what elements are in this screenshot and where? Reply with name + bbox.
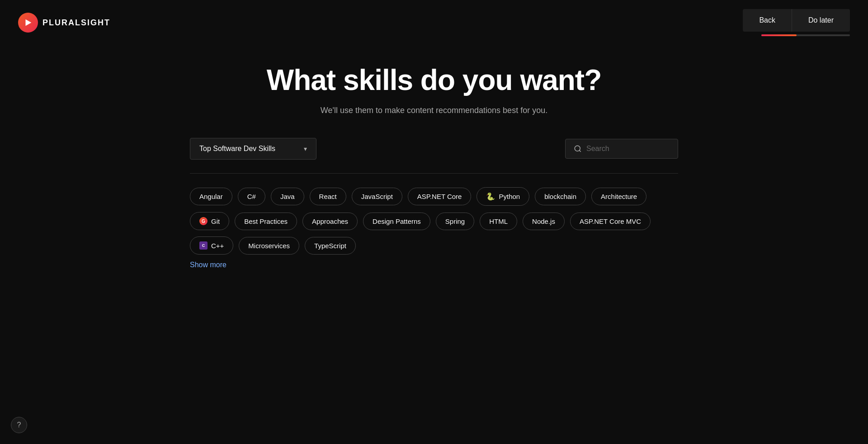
page-title: What skills do you want? (267, 63, 602, 97)
skill-chip-typescript[interactable]: TypeScript (305, 237, 356, 255)
search-icon (574, 145, 582, 153)
help-button[interactable]: ? (11, 417, 27, 433)
skill-chip-best-practices[interactable]: Best Practices (235, 213, 297, 230)
question-mark-icon: ? (17, 421, 21, 429)
logo: PLURALSIGHT (18, 13, 110, 33)
dropdown-label: Top Software Dev Skills (199, 145, 275, 153)
skill-chip-javascript[interactable]: JavaScript (352, 188, 402, 205)
skill-chip-python[interactable]: 🐍 Python (476, 187, 529, 206)
skill-chip-nodejs[interactable]: Node.js (523, 213, 565, 230)
header: PLURALSIGHT Back Do later (0, 0, 868, 36)
skill-chip-cpp[interactable]: C C++ (190, 236, 233, 255)
skill-chip-spring[interactable]: Spring (436, 213, 474, 230)
svg-point-1 (575, 146, 580, 151)
git-icon: G (199, 217, 208, 225)
skill-chip-angular[interactable]: Angular (190, 188, 232, 205)
search-input[interactable] (586, 145, 668, 153)
skills-row-1: Angular C# Java React JavaScript ASP.NET… (190, 187, 678, 206)
back-button[interactable]: Back (743, 9, 792, 32)
skill-chip-java[interactable]: Java (271, 188, 304, 205)
page-subtitle: We'll use them to make content recommend… (321, 106, 547, 115)
skill-chip-html[interactable]: HTML (480, 213, 517, 230)
do-later-button[interactable]: Do later (792, 9, 850, 32)
skills-area: Angular C# Java React JavaScript ASP.NET… (190, 187, 678, 269)
skill-chip-approaches[interactable]: Approaches (302, 213, 358, 230)
progress-bar (761, 34, 850, 36)
show-more-link[interactable]: Show more (190, 258, 226, 271)
progress-bar-fill (761, 34, 797, 36)
chevron-down-icon: ▾ (304, 145, 307, 152)
category-dropdown[interactable]: Top Software Dev Skills ▾ (190, 138, 316, 160)
divider (190, 173, 678, 174)
controls-row: Top Software Dev Skills ▾ (190, 138, 678, 160)
skill-chip-git[interactable]: G Git (190, 212, 229, 230)
skill-chip-aspnet-core[interactable]: ASP.NET Core (408, 188, 472, 205)
logo-icon (18, 13, 38, 33)
header-buttons: Back Do later (743, 9, 850, 32)
svg-marker-0 (26, 19, 32, 26)
python-icon: 🐍 (486, 192, 495, 201)
cpp-icon: C (199, 241, 208, 250)
skill-chip-design-patterns[interactable]: Design Patterns (363, 213, 430, 230)
skill-chip-blockchain[interactable]: blockchain (535, 188, 586, 205)
skills-row-3: C C++ Microservices TypeScript (190, 236, 678, 255)
skill-chip-architecture[interactable]: Architecture (591, 188, 646, 205)
skill-chip-microservices[interactable]: Microservices (239, 237, 299, 255)
skill-chip-react[interactable]: React (310, 188, 346, 205)
skill-chip-aspnet-core-mvc[interactable]: ASP.NET Core MVC (570, 213, 651, 230)
logo-text: PLURALSIGHT (42, 18, 110, 28)
search-box (565, 139, 678, 159)
skill-chip-csharp[interactable]: C# (238, 188, 265, 205)
skills-row-2: G Git Best Practices Approaches Design P… (190, 212, 678, 230)
header-actions: Back Do later (743, 9, 850, 36)
main-content: What skills do you want? We'll use them … (0, 36, 868, 269)
svg-line-2 (579, 150, 580, 151)
